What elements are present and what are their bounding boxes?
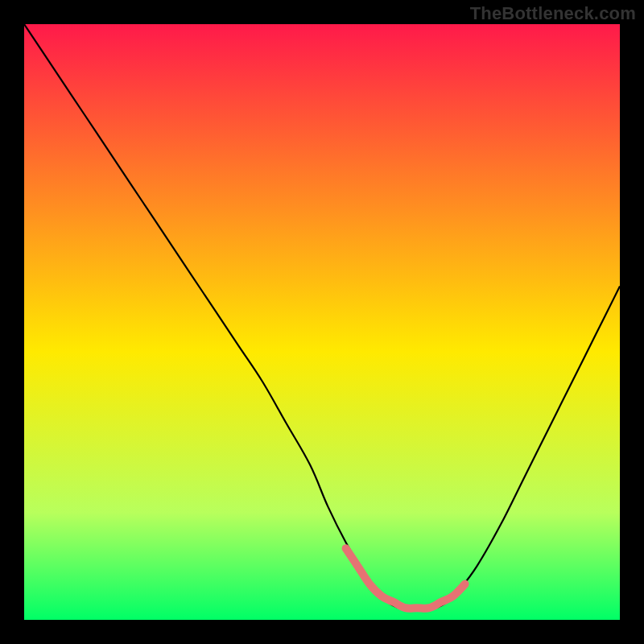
chart-frame: TheBottleneck.com — [0, 0, 644, 644]
chart-area — [24, 24, 620, 620]
watermark-text: TheBottleneck.com — [470, 3, 636, 24]
gradient-background — [24, 24, 620, 620]
bottleneck-chart — [24, 24, 620, 620]
